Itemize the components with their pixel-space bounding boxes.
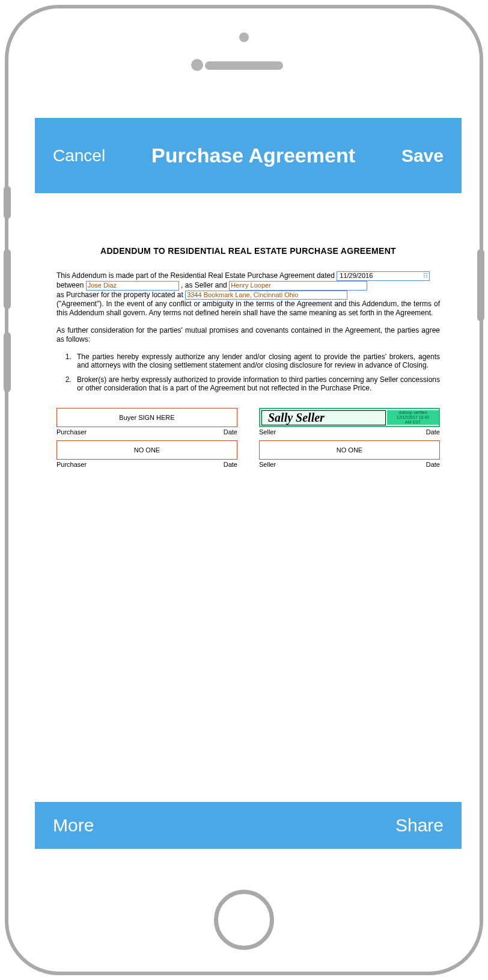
noone-label: NO ONE bbox=[134, 446, 160, 454]
date-label: Date bbox=[224, 461, 237, 468]
list-item: Broker(s) are herby expressly authorized… bbox=[73, 375, 440, 392]
intro-text: , as Seller and bbox=[181, 281, 227, 289]
document-body[interactable]: ADDENDUM TO RESIDENTIAL REAL ESTATE PURC… bbox=[35, 193, 462, 802]
intro-paragraph: This Addendum is made part of the Reside… bbox=[56, 271, 440, 318]
seller-label: Seller bbox=[259, 428, 276, 436]
verification-stamp: dotloop verified 12/12/2017 10:42 AM EST bbox=[387, 410, 439, 425]
side-button-icon bbox=[4, 332, 11, 392]
calendar-icon: ☷ bbox=[423, 273, 428, 279]
share-button[interactable]: Share bbox=[395, 815, 444, 836]
date-label: Date bbox=[426, 461, 440, 468]
save-button[interactable]: Save bbox=[401, 146, 444, 166]
intro-text: This Addendum is made part of the Reside… bbox=[56, 271, 335, 280]
side-button-icon bbox=[4, 186, 11, 219]
phone-frame: Cancel Purchase Agreement Save ADDENDUM … bbox=[5, 5, 483, 975]
header-bar: Cancel Purchase Agreement Save bbox=[35, 118, 462, 193]
sign-here-label: Buyer SIGN HERE bbox=[119, 414, 174, 421]
footer-bar: More Share bbox=[35, 802, 462, 849]
screen: Cancel Purchase Agreement Save ADDENDUM … bbox=[35, 118, 462, 849]
date-label: Date bbox=[426, 428, 440, 436]
speaker-slot-icon bbox=[205, 61, 283, 70]
seller-signature-box[interactable]: Sally Seller dotloop verified 12/12/2017… bbox=[259, 408, 440, 427]
date-label: Date bbox=[224, 428, 237, 436]
purchaser-label: Purchaser bbox=[56, 428, 87, 436]
consideration-paragraph: As further consideration for the parties… bbox=[56, 326, 440, 344]
buyer-sign-here-box[interactable]: Buyer SIGN HERE bbox=[56, 408, 237, 427]
intro-text: between bbox=[56, 281, 84, 289]
camera-dot-icon bbox=[239, 32, 249, 42]
more-button[interactable]: More bbox=[53, 815, 94, 836]
sensor-dot-icon bbox=[191, 59, 203, 71]
noone-label: NO ONE bbox=[337, 446, 362, 454]
cancel-button[interactable]: Cancel bbox=[53, 146, 105, 165]
page-title: Purchase Agreement bbox=[151, 144, 355, 167]
seller-noone-box[interactable]: NO ONE bbox=[259, 440, 440, 460]
signature-grid: Buyer SIGN HERE Purchaser Date Sally Sel… bbox=[56, 408, 440, 473]
seller-signature-name: Sally Seller bbox=[261, 410, 386, 425]
terms-list: The parties hereby expressly authorize a… bbox=[73, 353, 440, 392]
purchaser-noone-box[interactable]: NO ONE bbox=[56, 440, 237, 460]
purchaser-label: Purchaser bbox=[56, 461, 87, 468]
seller-label: Seller bbox=[259, 461, 276, 468]
home-button[interactable] bbox=[214, 890, 274, 950]
seller-name-field[interactable]: Jose Diaz bbox=[86, 281, 179, 291]
side-button-icon bbox=[4, 249, 11, 309]
property-address-field[interactable]: 3344 Bookmark Lane, Cincinnati Ohio bbox=[185, 291, 347, 300]
document-heading: ADDENDUM TO RESIDENTIAL REAL ESTATE PURC… bbox=[56, 246, 440, 256]
side-button-icon bbox=[477, 249, 484, 321]
buyer-name-field[interactable]: Henry Looper bbox=[229, 281, 367, 291]
intro-tail: ("Agreement"). In the event of any confl… bbox=[56, 300, 440, 317]
intro-text: as Purchaser for the property located at bbox=[56, 291, 183, 299]
agreement-date-field[interactable]: 11/29/2016 ☷ bbox=[337, 271, 430, 281]
list-item: The parties hereby expressly authorize a… bbox=[73, 353, 440, 369]
